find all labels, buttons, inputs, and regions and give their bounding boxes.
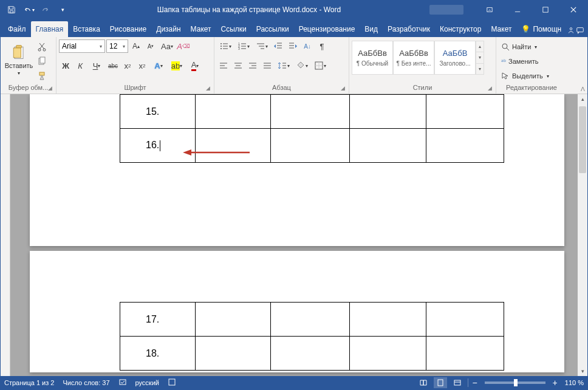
find-button[interactable]: Найти▾ bbox=[499, 41, 552, 53]
qat-dropdown-icon[interactable]: ▾ bbox=[56, 4, 69, 16]
svg-rect-59 bbox=[169, 379, 175, 385]
print-layout-icon[interactable] bbox=[434, 377, 447, 388]
read-mode-icon[interactable] bbox=[417, 377, 430, 388]
ribbon: Вставить ▾ Буфер обм...◢ Arial▾ 12▾ A▴ A… bbox=[1, 37, 587, 94]
superscript-button[interactable]: x2 bbox=[135, 59, 149, 72]
line-spacing-icon[interactable]: ▾ bbox=[275, 59, 292, 72]
font-name-select[interactable]: Arial▾ bbox=[59, 39, 105, 53]
tab-home[interactable]: Главная bbox=[31, 21, 69, 37]
style-no-spacing[interactable]: АаБбВв¶ Без инте... bbox=[393, 41, 434, 75]
decrease-indent-icon[interactable] bbox=[272, 39, 285, 53]
page-2[interactable]: 17. 18. bbox=[30, 251, 564, 372]
text-cursor bbox=[160, 140, 160, 151]
svg-rect-9 bbox=[13, 48, 21, 58]
format-painter-icon[interactable] bbox=[36, 70, 48, 82]
tab-mailings[interactable]: Рассылки bbox=[251, 21, 294, 37]
increase-indent-icon[interactable] bbox=[286, 39, 299, 53]
zoom-level[interactable]: 110 % bbox=[565, 379, 584, 386]
group-editing: Найти▾ ᵃᵇЗаменить Выделить▾ Редактирован… bbox=[496, 37, 567, 94]
maximize-button[interactable] bbox=[532, 1, 559, 19]
group-font: Arial▾ 12▾ A▴ A▾ Aa▾ A⌫ Ж К Ч▾ abc x2 x2… bbox=[56, 37, 214, 94]
shading-icon[interactable]: ▾ bbox=[293, 59, 310, 72]
svg-rect-8 bbox=[16, 45, 22, 47]
style-normal[interactable]: АаБбВв¶ Обычный bbox=[352, 41, 393, 75]
tab-developer[interactable]: Разработчик bbox=[383, 21, 435, 37]
align-left-icon[interactable] bbox=[217, 59, 230, 72]
change-case-icon[interactable]: Aa▾ bbox=[159, 39, 176, 53]
svg-point-5 bbox=[570, 28, 572, 30]
numbering-icon[interactable]: 123▾ bbox=[235, 39, 252, 53]
web-layout-icon[interactable] bbox=[451, 377, 464, 388]
select-button[interactable]: Выделить▾ bbox=[499, 70, 552, 82]
tab-design[interactable]: Дизайн bbox=[151, 21, 185, 37]
vertical-ruler[interactable] bbox=[1, 94, 10, 376]
statusbar: Страница 1 из 2 Число слов: 37 русский −… bbox=[1, 376, 587, 389]
zoom-in-button[interactable]: + bbox=[553, 378, 558, 388]
ribbon-display-options[interactable] bbox=[476, 1, 504, 19]
font-launcher[interactable]: ◢ bbox=[206, 85, 210, 91]
sort-icon[interactable]: A↓ bbox=[301, 39, 314, 53]
tab-insert[interactable]: Вставка bbox=[68, 21, 105, 37]
pilcrow-icon[interactable]: ¶ bbox=[315, 39, 329, 53]
close-button[interactable] bbox=[559, 1, 587, 19]
bullets-icon[interactable]: ▾ bbox=[217, 39, 234, 53]
zoom-out-button[interactable]: − bbox=[472, 378, 477, 388]
justify-icon[interactable] bbox=[261, 59, 274, 72]
styles-gallery-arrows[interactable]: ▴▾▾ bbox=[476, 41, 484, 75]
collapse-ribbon-icon[interactable]: ᐱ bbox=[581, 86, 585, 92]
align-center-icon[interactable] bbox=[231, 59, 245, 72]
svg-rect-60 bbox=[438, 380, 443, 386]
redo-icon[interactable] bbox=[39, 4, 52, 16]
undo-icon[interactable]: ▾ bbox=[22, 4, 35, 16]
increase-font-icon[interactable]: A▴ bbox=[129, 39, 143, 53]
page-indicator[interactable]: Страница 1 из 2 bbox=[4, 379, 54, 386]
tab-layout[interactable]: Макет bbox=[186, 21, 216, 37]
document-table-2[interactable]: 17. 18. bbox=[120, 302, 504, 371]
font-size-select[interactable]: 12▾ bbox=[106, 39, 128, 53]
clipboard-launcher[interactable]: ◢ bbox=[48, 85, 52, 91]
tab-table-layout[interactable]: Макет bbox=[486, 21, 516, 37]
document-table-1[interactable]: 15. 16. bbox=[120, 94, 504, 163]
accessibility-icon[interactable] bbox=[168, 378, 176, 388]
comments-icon[interactable] bbox=[576, 26, 585, 37]
clear-format-icon[interactable]: A⌫ bbox=[177, 39, 190, 53]
share-icon[interactable] bbox=[566, 26, 575, 37]
word-count[interactable]: Число слов: 37 bbox=[63, 379, 109, 386]
svg-point-17 bbox=[220, 46, 222, 47]
vertical-scrollbar[interactable]: ▴ ▾ bbox=[578, 94, 587, 376]
italic-button[interactable]: К bbox=[74, 59, 87, 72]
highlight-icon[interactable]: ab▾ bbox=[168, 59, 185, 72]
zoom-slider[interactable] bbox=[485, 381, 545, 384]
paragraph-launcher[interactable]: ◢ bbox=[341, 85, 345, 91]
subscript-button[interactable]: x2 bbox=[121, 59, 134, 72]
tab-file[interactable]: Файл bbox=[3, 21, 31, 37]
text-effects-icon[interactable]: A▾ bbox=[150, 59, 167, 72]
borders-icon[interactable]: ▾ bbox=[312, 59, 329, 72]
align-right-icon[interactable] bbox=[246, 59, 259, 72]
page-1[interactable]: 15. 16. bbox=[30, 94, 564, 246]
multilevel-icon[interactable]: ▾ bbox=[253, 39, 270, 53]
minimize-button[interactable] bbox=[504, 1, 532, 19]
copy-icon[interactable] bbox=[36, 55, 48, 67]
style-heading1[interactable]: АаБбВЗаголово... bbox=[434, 41, 476, 75]
tab-draw[interactable]: Рисование bbox=[105, 21, 151, 37]
save-icon[interactable] bbox=[5, 4, 18, 16]
strike-button[interactable]: abc bbox=[106, 59, 120, 72]
underline-button[interactable]: Ч▾ bbox=[88, 59, 105, 72]
replace-button[interactable]: ᵃᵇЗаменить bbox=[499, 55, 552, 67]
paste-button[interactable]: Вставить ▾ bbox=[3, 38, 35, 81]
font-color-icon[interactable]: A▾ bbox=[186, 59, 203, 72]
tab-references[interactable]: Ссылки bbox=[216, 21, 251, 37]
bold-button[interactable]: Ж bbox=[59, 59, 72, 72]
tab-review[interactable]: Рецензирование bbox=[294, 21, 360, 37]
cut-icon[interactable] bbox=[36, 41, 48, 53]
account-badge[interactable] bbox=[429, 5, 463, 15]
styles-launcher[interactable]: ◢ bbox=[488, 85, 492, 91]
decrease-font-icon[interactable]: A▾ bbox=[144, 39, 157, 53]
language-indicator[interactable]: русский bbox=[135, 379, 159, 386]
titlebar: ▾ ▾ Шапка таблицы на каждой странице Wor… bbox=[1, 1, 587, 19]
proofing-icon[interactable] bbox=[118, 378, 127, 388]
tab-table-design[interactable]: Конструктор bbox=[435, 21, 486, 37]
tab-view[interactable]: Вид bbox=[360, 21, 383, 37]
tell-me[interactable]: 💡Помощн bbox=[516, 21, 566, 37]
